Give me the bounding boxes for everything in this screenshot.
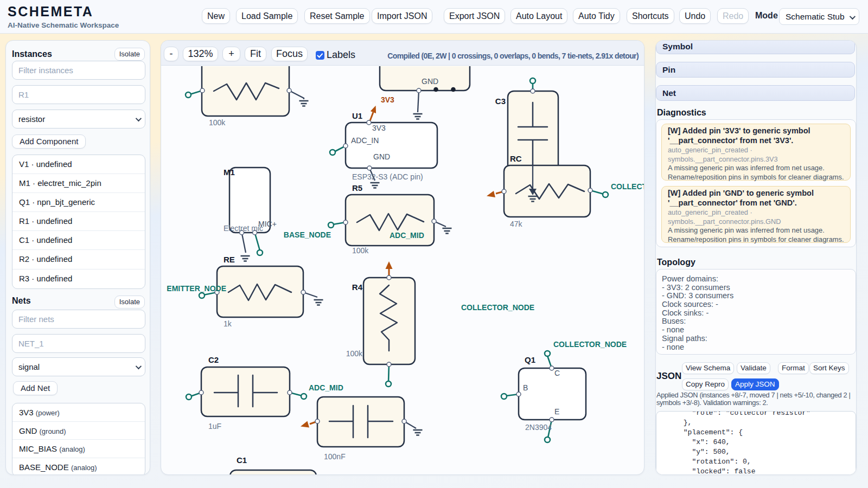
svg-text:1k: 1k [224,319,232,328]
svg-text:GND: GND [373,152,390,161]
svg-text:100k: 100k [352,246,369,255]
svg-text:ADC_IN: ADC_IN [351,136,379,145]
svg-text:3V3: 3V3 [381,95,394,104]
svg-text:RE: RE [224,255,235,264]
svg-text:Q1: Q1 [525,355,535,364]
svg-text:M1: M1 [224,168,235,177]
svg-text:RC: RC [510,154,522,163]
svg-text:MIC+: MIC+ [258,220,277,228]
svg-text:100k: 100k [209,118,226,127]
svg-text:47k: 47k [510,220,523,228]
svg-text:2N3904: 2N3904 [525,423,552,432]
svg-text:ADC_MID: ADC_MID [390,231,424,240]
svg-text:1uF: 1uF [208,422,221,431]
svg-text:C: C [554,369,560,377]
svg-text:100k: 100k [346,349,363,358]
svg-text:C2: C2 [208,355,219,364]
svg-text:COLLECTOR_NODE: COLLECTOR_NODE [611,182,644,191]
svg-text:ESP32-S3 (ADC pin): ESP32-S3 (ADC pin) [352,172,423,181]
svg-text:C1: C1 [237,455,247,465]
svg-text:ADC_MID: ADC_MID [309,383,343,392]
svg-text:3V3: 3V3 [372,124,386,132]
svg-text:GND: GND [422,77,438,86]
svg-text:100nF: 100nF [324,452,346,461]
svg-text:R4: R4 [352,282,363,292]
svg-text:U1: U1 [352,111,362,120]
svg-text:R5: R5 [352,183,362,192]
svg-text:BASE_NODE: BASE_NODE [284,230,331,239]
svg-text:B: B [523,383,528,392]
svg-text:COLLECTOR_NODE: COLLECTOR_NODE [553,340,627,349]
svg-text:E: E [554,407,559,416]
svg-text:EMITTER_NODE: EMITTER_NODE [167,284,226,293]
svg-text:C3: C3 [495,97,506,106]
svg-text:COLLECTOR_NODE: COLLECTOR_NODE [461,303,534,312]
